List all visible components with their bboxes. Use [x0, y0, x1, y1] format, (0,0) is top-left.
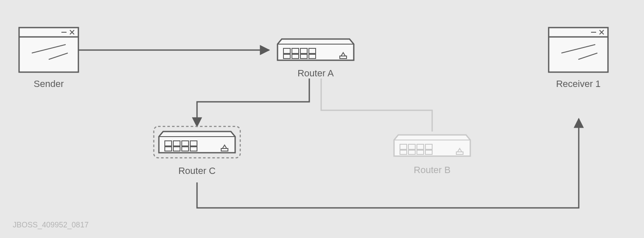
edge-routerA-to-routerB [321, 78, 432, 132]
edge-routerA-to-routerC [197, 78, 309, 126]
routerA-label: Router A [278, 68, 354, 79]
receiver1-icon [549, 28, 608, 72]
routerC-icon [154, 126, 240, 158]
sender-icon [19, 28, 78, 72]
svg-rect-0 [19, 28, 78, 72]
sender-label: Sender [19, 78, 78, 90]
receiver1-label: Receiver 1 [547, 78, 610, 90]
routerB-label: Router B [394, 165, 470, 176]
routerC-label: Router C [159, 165, 235, 176]
edge-routerC-to-receiver1 [197, 119, 579, 208]
routerA-icon [278, 39, 354, 60]
footer-id: JBOSS_409952_0817 [13, 221, 89, 230]
svg-rect-7 [549, 28, 608, 72]
diagram-canvas [0, 0, 644, 238]
routerB-icon [394, 135, 470, 156]
